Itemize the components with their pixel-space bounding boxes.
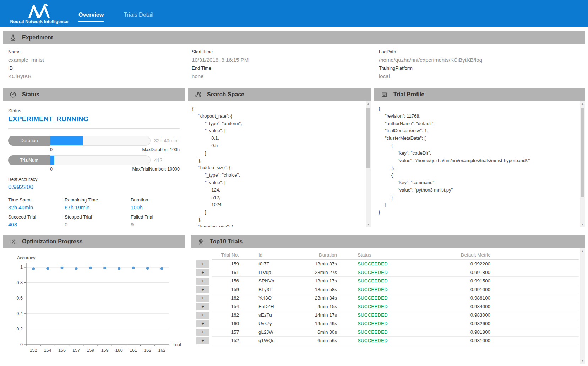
cell-trial-id: SPNVb (239, 277, 301, 285)
svg-text:0.2: 0.2 (17, 327, 23, 332)
cell-trial-id: gL2JW (239, 328, 301, 337)
scroll-down-icon[interactable]: ▼ (580, 358, 585, 364)
cell-duration: 14min 49s (301, 319, 338, 328)
cell-trial-no: 154 (212, 302, 239, 311)
svg-text:152: 152 (30, 348, 37, 353)
table-row: + 159 BLy3T 13min 58s SUCCEEDED 0.991000 (191, 285, 579, 294)
app-header: Neural Network Intelligence Overview Tri… (0, 0, 588, 27)
cell-duration: 6min 30s (301, 328, 338, 337)
field-label: Name (8, 48, 192, 56)
expand-row-button[interactable]: + (196, 320, 209, 327)
experiment-info: Name example_mnist ID KCiBytKB Start Tim… (0, 44, 588, 85)
scroll-down-icon[interactable]: ▼ (366, 222, 371, 227)
expand-row-button[interactable]: + (196, 269, 209, 276)
cell-duration: 13min 17s (301, 277, 338, 285)
svg-text:160: 160 (115, 348, 123, 353)
trialnum-progress-label: TrialNum (8, 155, 50, 165)
trialnum-progress-fill (50, 156, 54, 165)
table-row: + 157 gL2JW 6min 30s SUCCEEDED 0.981800 (191, 328, 579, 337)
cell-default-metric: 0.991000 (461, 285, 496, 294)
cell-status: SUCCEEDED (338, 268, 461, 277)
cell-default-metric: 0.984000 (461, 302, 496, 311)
top10-table-body: + 159 t0I7T 13min 37s SUCCEEDED 0.992200… (191, 260, 579, 345)
field-label: TrainingPlatform (379, 64, 585, 72)
trial-profile-section-title: Trial Profile (393, 91, 424, 98)
scroll-up-icon[interactable]: ▲ (580, 248, 585, 254)
field-value: 10/31/2018, 8:16:15 PM (192, 56, 379, 64)
field-value: none (192, 72, 379, 80)
status-stats: Time Spent 32h 40min Remaining Time 67h … (8, 197, 180, 227)
expand-row-button[interactable]: + (196, 303, 209, 310)
cell-trial-no: 162 (212, 294, 239, 302)
trialnum-progress-scale: 0 MaxTrialNumber: 10000 (50, 167, 180, 172)
table-row: + 154 FnDZH 4min 15s SUCCEEDED 0.984000 (191, 302, 579, 311)
cell-trial-id: ITVup (239, 268, 301, 277)
table-row: + 159 t0I7T 13min 37s SUCCEEDED 0.992200 (191, 260, 579, 268)
status-label: Status (8, 108, 180, 113)
expand-row-button[interactable]: + (196, 337, 209, 344)
cell-trial-no: 159 (212, 260, 239, 268)
expand-row-button[interactable]: + (196, 260, 209, 268)
cell-status: SUCCEEDED (338, 337, 461, 345)
expand-row-button[interactable]: + (196, 295, 209, 302)
cell-default-metric: 0.983000 (461, 311, 496, 319)
status-section-title: Status (22, 91, 39, 98)
failed-trial-value: 9 (131, 221, 180, 227)
succeed-trial-value: 403 (8, 221, 65, 227)
cell-trial-no: 159 (212, 285, 239, 294)
trialnum-progress-value: 412 (154, 157, 180, 163)
search-space-section-bar: Search Space (188, 88, 371, 101)
nav-tabs: Overview Trials Detail (78, 0, 153, 27)
cell-trial-no: 152 (212, 337, 239, 345)
divider (8, 128, 180, 129)
best-accuracy-label: Best Accuracy (8, 177, 180, 182)
brand-text: Neural Network Intelligence (10, 19, 69, 24)
cell-default-metric: 0.981000 (461, 337, 496, 345)
top10-scrollbar[interactable]: ▲ ▼ (580, 248, 585, 364)
svg-text:161: 161 (130, 348, 137, 353)
svg-text:154: 154 (44, 348, 51, 353)
duration-progress-scale: 0 MaxDuration: 100h (50, 147, 180, 152)
svg-text:1: 1 (20, 265, 23, 270)
experiment-status-value: EXPERIMENT_RUNNING (8, 115, 180, 123)
accuracy-scatter-svg: 00.20.40.60.8115215415615715915916016116… (5, 254, 184, 360)
cell-trial-id: YeI3O (239, 294, 301, 302)
table-row: + 156 SPNVb 13min 17s SUCCEEDED 0.991500 (191, 277, 579, 285)
search-space-scrollbar[interactable]: ▲ ▼ (366, 101, 371, 227)
gauge-icon (10, 91, 17, 98)
field-label: LogPath (379, 48, 585, 56)
graph-nodes-icon (195, 91, 202, 98)
cell-status: SUCCEEDED (338, 294, 461, 302)
cell-duration: 13min 37s (301, 260, 338, 268)
cell-trial-no: 162 (212, 311, 239, 319)
experiment-section-title: Experiment (22, 34, 53, 41)
experiment-col-2: Start Time 10/31/2018, 8:16:15 PM End Ti… (192, 48, 379, 80)
expand-row-button[interactable]: + (196, 312, 209, 319)
tab-trials-detail[interactable]: Trials Detail (124, 12, 153, 18)
scroll-up-icon[interactable]: ▲ (580, 101, 585, 107)
expand-row-button[interactable]: + (196, 286, 209, 293)
cell-default-metric: 0.991500 (461, 277, 496, 285)
svg-text:0.8: 0.8 (17, 280, 23, 285)
scatter-chart-icon (10, 238, 17, 245)
cell-default-metric: 0.991800 (461, 268, 496, 277)
cell-trial-id: sEzTu (239, 311, 301, 319)
scroll-up-icon[interactable]: ▲ (366, 101, 371, 107)
expand-row-button[interactable]: + (196, 329, 209, 336)
field-value: example_mnist (8, 56, 192, 64)
trial-profile-scrollbar[interactable]: ▲ ▼ (580, 101, 585, 227)
table-row: + 161 ITVup 23min 27s SUCCEEDED 0.991800 (191, 268, 579, 277)
duration-progress-fill (50, 136, 83, 145)
scrollbar-thumb[interactable] (366, 108, 370, 168)
scrollbar-thumb[interactable] (581, 108, 584, 197)
field-value: KCiBytKB (8, 72, 192, 80)
search-space-section-title: Search Space (207, 91, 244, 98)
scroll-down-icon[interactable]: ▼ (580, 222, 585, 227)
archive-box-icon (381, 91, 388, 98)
cell-default-metric: 0.981800 (461, 328, 496, 337)
tab-overview[interactable]: Overview (78, 12, 104, 22)
field-label: Start Time (192, 48, 379, 56)
svg-text:0: 0 (20, 342, 23, 347)
flask-icon (10, 34, 17, 41)
expand-row-button[interactable]: + (196, 278, 209, 285)
